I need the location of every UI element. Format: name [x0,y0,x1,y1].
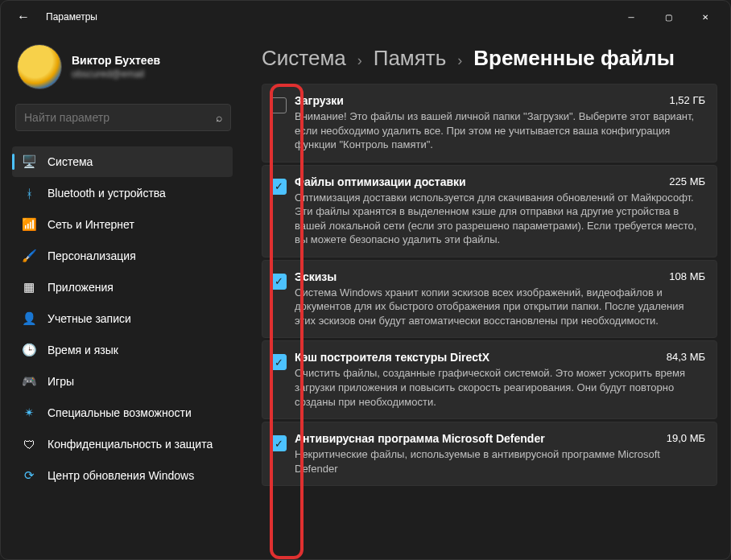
sidebar: Виктор Бухтеев obscured@email ⌕ 🖥️Систем… [1,33,242,559]
temp-file-size: 108 МБ [669,270,705,282]
sidebar-item-system[interactable]: 🖥️Система [12,146,233,177]
apps-icon: ▦ [22,280,36,294]
temp-file-row: ✓Антивирусная программа Microsoft Defend… [262,422,717,486]
temp-file-title: Антивирусная программа Microsoft Defende… [295,432,545,445]
personalization-icon: 🖌️ [22,249,36,263]
content: Система › Память › Временные файлы Загру… [242,33,730,559]
titlebar: ← Параметры ─ ▢ ✕ [1,1,730,33]
sidebar-item-gaming[interactable]: 🎮Игры [12,366,233,397]
avatar [17,44,62,89]
bluetooth-icon: ᚼ [22,187,36,200]
temp-file-size: 1,52 ГБ [670,94,705,106]
temp-file-row: ✓Файлы оптимизации доставки225 МБОптимиз… [262,165,717,257]
temp-file-title: Загрузки [295,94,344,107]
user-block[interactable]: Виктор Бухтеев obscured@email [12,39,242,104]
sidebar-item-label: Приложения [47,281,114,294]
temp-file-description: Очистить файлы, созданные графической си… [295,366,705,409]
gaming-icon: 🎮 [22,374,36,389]
sidebar-item-label: Учетные записи [47,312,131,325]
close-button[interactable]: ✕ [687,4,724,30]
temp-file-size: 84,3 МБ [667,351,705,363]
temp-file-description: Некритические файлы, используемые в анти… [295,447,705,476]
sidebar-item-label: Игры [47,375,74,388]
sidebar-item-label: Персонализация [47,249,136,262]
sidebar-item-label: Центр обновления Windows [47,469,194,482]
sidebar-item-accessibility[interactable]: ✴Специальные возможности [12,397,233,428]
temp-file-description: Оптимизация доставки используется для ск… [295,191,705,247]
search-box[interactable]: ⌕ [15,104,231,131]
temp-file-title: Эскизы [295,270,337,283]
temp-file-description: Внимание! Это файлы из вашей личной папк… [295,109,705,152]
back-button[interactable]: ← [7,10,39,24]
sidebar-item-label: Система [47,155,93,168]
temp-file-row: ✓Эскизы108 МБСистема Windows хранит копи… [262,260,717,339]
accessibility-icon: ✴ [22,406,36,420]
temp-file-checkbox[interactable]: ✓ [271,274,287,290]
temp-file-title: Файлы оптимизации доставки [295,175,466,188]
chevron-right-icon: › [357,52,362,69]
temp-file-checkbox[interactable]: ✓ [271,179,287,195]
accounts-icon: 👤 [22,311,36,326]
network-icon: 📶 [22,217,36,232]
temp-file-row: ✓Кэш построителя текстуры DirectX84,3 МБ… [262,340,717,419]
sidebar-item-apps[interactable]: ▦Приложения [12,272,233,303]
sidebar-item-label: Сеть и Интернет [47,218,134,231]
sidebar-item-label: Специальные возможности [47,406,192,419]
temp-file-size: 225 МБ [669,175,705,187]
temp-file-description: Система Windows хранит копии эскизов все… [295,286,705,328]
sidebar-item-label: Время и язык [47,344,118,356]
sidebar-item-label: Конфиденциальность и защита [47,438,213,451]
window-controls: ─ ▢ ✕ [613,4,724,30]
sidebar-item-time[interactable]: 🕒Время и язык [12,335,233,365]
temp-file-checkbox[interactable] [271,97,287,113]
sidebar-item-personalization[interactable]: 🖌️Персонализация [12,241,233,271]
sidebar-item-bluetooth[interactable]: ᚼBluetooth и устройства [12,178,233,208]
page-title: Временные файлы [473,46,675,71]
sidebar-item-privacy[interactable]: 🛡Конфиденциальность и защита [12,429,233,459]
breadcrumb-system[interactable]: Система [262,46,346,71]
sidebar-item-label: Bluetooth и устройства [47,187,166,200]
app-title: Параметры [46,11,97,23]
user-name: Виктор Бухтеев [72,54,160,67]
search-icon: ⌕ [216,111,222,124]
update-icon: ⟳ [22,468,36,483]
nav-list: 🖥️СистемаᚼBluetooth и устройства📶Сеть и … [12,146,242,492]
breadcrumb: Система › Память › Временные файлы [262,46,717,71]
sidebar-item-accounts[interactable]: 👤Учетные записи [12,303,233,334]
sidebar-item-update[interactable]: ⟳Центр обновления Windows [12,460,233,491]
breadcrumb-storage[interactable]: Память [374,46,447,71]
sidebar-item-network[interactable]: 📶Сеть и Интернет [12,209,233,240]
system-icon: 🖥️ [22,154,36,169]
minimize-button[interactable]: ─ [613,4,650,30]
temp-files-list: Загрузки1,52 ГБВнимание! Это файлы из ва… [262,84,717,486]
temp-file-size: 19,0 МБ [667,432,705,444]
chevron-right-icon: › [457,52,462,69]
temp-file-title: Кэш построителя текстуры DirectX [295,351,489,364]
privacy-icon: 🛡 [22,438,36,451]
user-email: obscured@email [72,68,160,80]
temp-file-checkbox[interactable]: ✓ [271,354,287,370]
maximize-button[interactable]: ▢ [650,4,687,30]
temp-file-row: Загрузки1,52 ГБВнимание! Это файлы из ва… [262,84,717,163]
time-icon: 🕒 [22,343,36,357]
temp-file-checkbox[interactable]: ✓ [271,435,287,451]
search-input[interactable] [24,111,216,124]
